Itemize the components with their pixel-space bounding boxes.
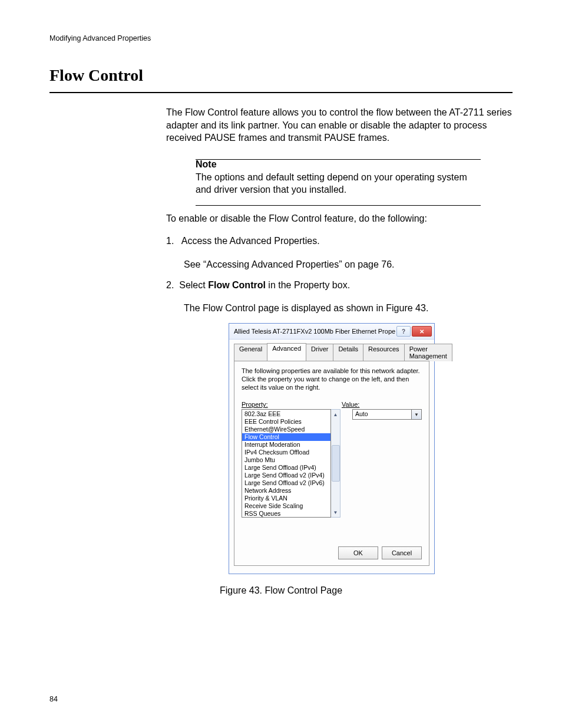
intro-paragraph: The Flow Control feature allows you to c… [166,106,513,144]
step-1-number: 1. [166,236,174,246]
note-heading: Note [196,159,217,169]
property-listbox[interactable]: 802.3az EEEEEE Control PoliciesEthernet@… [242,409,331,518]
value-label-rest: alue: [346,401,360,408]
list-item[interactable]: RSS Queues [242,510,330,518]
note-body: The options and default setting depend o… [196,172,467,195]
step-2-sub: The Flow Control page is displayed as sh… [184,302,513,315]
step-2-pre: Select [179,280,208,290]
scroll-up-icon[interactable]: ▲ [331,410,340,419]
step-2-bold: Flow Control [208,280,266,290]
step-1-sub: See “Accessing Advanced Properties” on p… [184,258,513,271]
tab-general[interactable]: General [234,344,267,361]
list-item[interactable]: Priority & VLAN [242,495,330,502]
list-item[interactable]: Large Send Offload (IPv4) [242,464,330,472]
tab-resources[interactable]: Resources [363,344,405,361]
figure-caption: Figure 43. Flow Control Page [0,585,562,596]
ok-button[interactable]: OK [338,546,378,559]
close-button[interactable]: ✕ [412,326,432,337]
tab-driver[interactable]: Driver [306,344,333,361]
scroll-thumb[interactable] [332,445,340,482]
list-item[interactable]: Large Send Offload v2 (IPv4) [242,472,330,479]
list-item[interactable]: Receive Side Scaling [242,502,330,510]
note-bottom-rule [196,205,481,206]
property-label: Property: [242,401,342,408]
list-item[interactable]: Ethernet@WireSpeed [242,426,330,433]
tab-power-management[interactable]: Power Management [404,344,452,361]
dialog-title: Allied Telesis AT-2711FXv2 100Mb Fiber E… [234,328,395,335]
section-title: Flow Control [49,66,143,85]
list-item[interactable]: Interrupt Moderation [242,441,330,449]
scroll-down-icon[interactable]: ▼ [331,508,340,517]
list-item[interactable]: Flow Control [242,433,330,441]
list-item[interactable]: EEE Control Policies [242,418,330,426]
listbox-scrollbar[interactable]: ▲ ▼ [331,409,340,518]
list-item[interactable]: 802.3az EEE [242,410,330,418]
tab-strip: GeneralAdvancedDriverDetailsResourcesPow… [229,340,434,361]
note-block: Note The options and default setting dep… [196,158,481,196]
title-rule [49,92,513,93]
list-item[interactable]: IPv4 Checksum Offload [242,449,330,456]
cancel-button[interactable]: Cancel [382,546,422,559]
chevron-down-icon[interactable]: ▼ [411,409,422,420]
value-combobox-text: Auto [352,409,411,420]
step-2-post: in the Property box. [266,280,350,290]
properties-dialog: Allied Telesis AT-2711FXv2 100Mb Fiber E… [229,323,435,574]
step-2: 2. Select Flow Control in the Property b… [166,280,513,291]
list-item[interactable]: Network Address [242,487,330,495]
tab-body-advanced: The following properties are available f… [234,361,429,566]
tab-details[interactable]: Details [333,344,363,361]
step-1: 1. Access the Advanced Properties. [166,235,513,248]
procedure-lead-in: To enable or disable the Flow Control fe… [166,212,513,225]
property-label-rest: roperty: [246,401,267,408]
list-item[interactable]: Large Send Offload v2 (IPv6) [242,479,330,487]
list-item[interactable]: Jumbo Mtu [242,456,330,464]
step-1-text: Access the Advanced Properties. [181,236,320,246]
dialog-titlebar: Allied Telesis AT-2711FXv2 100Mb Fiber E… [229,324,434,340]
help-button[interactable]: ? [396,326,411,337]
value-combobox[interactable]: Auto ▼ [352,409,422,420]
tab-advanced[interactable]: Advanced [267,343,306,361]
page-number: 84 [49,695,58,703]
step-2-number: 2. [166,280,174,290]
value-label: Value: [342,401,359,408]
running-header: Modifying Advanced Properties [49,34,151,42]
tab-description: The following properties are available f… [242,367,422,391]
